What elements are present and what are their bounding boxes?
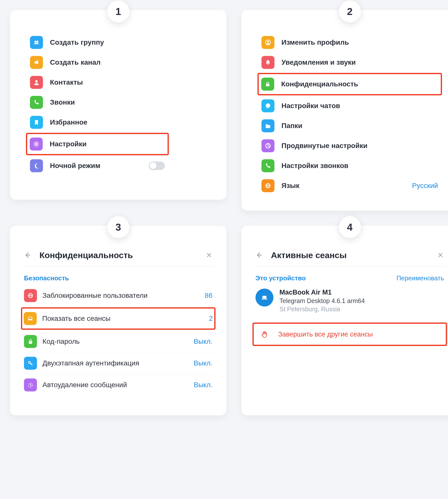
section-label-this-device: Это устройство	[255, 274, 306, 282]
chat-icon	[261, 99, 274, 112]
settings-item-call-settings[interactable]: Настройки звонков	[259, 156, 441, 176]
privacy-row-auto-delete[interactable]: Автоудаление сообщений Выкл.	[22, 375, 214, 395]
settings-item-label: Язык	[281, 182, 405, 190]
privacy-row-blocked-users[interactable]: Заблокированные пользователи 86	[22, 286, 214, 306]
night-mode-toggle[interactable]	[149, 162, 165, 170]
settings-item-notifications[interactable]: Уведомления и звуки	[259, 52, 441, 72]
menu-item-label: Контакты	[50, 78, 165, 86]
panel-title: Конфиденциальность	[39, 250, 197, 260]
settings-item-chat-settings[interactable]: Настройки чатов	[259, 96, 441, 116]
device-location: St Petersburg, Russia	[279, 306, 365, 313]
settings-item-label: Папки	[281, 122, 438, 130]
menu-item-label: Настройки	[50, 140, 165, 148]
device-laptop-icon	[255, 289, 273, 307]
close-button[interactable]	[204, 250, 214, 260]
settings-item-label: Настройки чатов	[281, 102, 438, 110]
profile-icon	[261, 36, 274, 49]
step-number-badge: 3	[107, 216, 129, 238]
privacy-panel-card: Конфиденциальность Безопасность Заблокир…	[10, 226, 226, 415]
privacy-row-label: Показать все сеансы	[42, 315, 203, 323]
gear-icon	[30, 138, 43, 151]
device-name: MacBook Air M1	[279, 289, 365, 296]
block-icon	[24, 289, 37, 302]
step-number-badge: 2	[339, 0, 361, 22]
menu-item-label: Звонки	[50, 98, 165, 106]
menu-item-calls[interactable]: Звонки	[27, 92, 167, 112]
close-button[interactable]	[436, 250, 446, 260]
bell-icon	[261, 56, 274, 69]
language-value: Русский	[412, 182, 438, 190]
terminate-label: Завершить все другие сеансы	[278, 331, 373, 338]
main-menu-card: Создать группу Создать канал Контакты Зв…	[10, 10, 226, 200]
menu-item-settings[interactable]: Настройки	[26, 133, 169, 155]
bookmark-icon	[30, 116, 43, 129]
settings-item-folders[interactable]: Папки	[259, 116, 441, 136]
privacy-row-label: Код-пароль	[42, 337, 188, 345]
privacy-row-two-step[interactable]: Двухэтапная аутентификация Выкл.	[22, 353, 214, 373]
menu-item-create-channel[interactable]: Создать канал	[27, 52, 167, 72]
privacy-row-value: Выкл.	[194, 381, 213, 389]
menu-item-label: Создать группу	[50, 38, 165, 46]
lock-icon	[24, 335, 37, 348]
menu-item-night-mode[interactable]: Ночной режим	[27, 156, 167, 176]
phone-icon	[30, 96, 43, 109]
menu-item-label: Ночной режим	[50, 162, 142, 170]
settings-item-edit-profile[interactable]: Изменить профиль	[259, 32, 441, 52]
privacy-row-active-sessions[interactable]: Показать все сеансы 2	[21, 307, 216, 330]
privacy-row-label: Заблокированные пользователи	[42, 292, 199, 300]
privacy-row-value: Выкл.	[194, 337, 213, 345]
step-number-badge: 4	[339, 216, 361, 238]
device-client: Telegram Desktop 4.6.1 arm64	[279, 297, 365, 305]
settings-item-label: Настройки звонков	[281, 162, 438, 170]
key-icon	[24, 357, 37, 370]
privacy-row-label: Автоудаление сообщений	[42, 381, 188, 389]
settings-list-card: Изменить профиль Уведомления и звуки Кон…	[241, 10, 448, 211]
privacy-row-value: 86	[205, 292, 213, 300]
menu-item-create-group[interactable]: Создать группу	[27, 32, 167, 52]
back-button[interactable]	[254, 250, 264, 260]
privacy-row-label: Двухэтапная аутентификация	[42, 359, 188, 367]
settings-item-label: Уведомления и звуки	[281, 58, 438, 66]
rename-link[interactable]: Переименовать	[396, 274, 444, 282]
globe-icon	[261, 179, 274, 192]
laptop-icon	[24, 312, 37, 325]
settings-item-language[interactable]: Язык Русский	[259, 176, 441, 196]
megaphone-icon	[30, 56, 43, 69]
section-label-security: Безопасность	[22, 268, 214, 286]
sessions-panel-card: Активные сеансы Это устройство Переимено…	[241, 226, 448, 415]
lock-icon	[261, 78, 274, 91]
step-number-badge: 1	[107, 0, 129, 22]
advanced-icon	[261, 139, 274, 152]
contact-icon	[30, 76, 43, 89]
folder-icon	[261, 119, 274, 132]
settings-item-privacy[interactable]: Конфиденциальность	[257, 73, 442, 95]
back-button[interactable]	[22, 250, 32, 260]
hand-stop-icon	[258, 328, 271, 341]
group-icon	[30, 36, 43, 49]
settings-item-label: Конфиденциальность	[281, 80, 438, 88]
privacy-row-value: Выкл.	[194, 359, 213, 367]
privacy-row-value: 2	[209, 315, 213, 323]
terminate-all-sessions-button[interactable]: Завершить все другие сеансы	[252, 323, 447, 346]
menu-item-label: Создать канал	[50, 58, 165, 66]
settings-item-label: Изменить профиль	[281, 38, 438, 46]
moon-icon	[30, 159, 43, 172]
phone-icon	[261, 159, 274, 172]
menu-item-saved[interactable]: Избранное	[27, 112, 167, 132]
privacy-row-passcode[interactable]: Код-пароль Выкл.	[22, 332, 214, 351]
current-device-row[interactable]: MacBook Air M1 Telegram Desktop 4.6.1 ar…	[254, 284, 446, 321]
menu-item-contacts[interactable]: Контакты	[27, 72, 167, 92]
panel-title: Активные сеансы	[271, 250, 429, 260]
settings-item-advanced[interactable]: Продвинутые настройки	[259, 136, 441, 156]
settings-item-label: Продвинутые настройки	[281, 142, 438, 150]
menu-item-label: Избранное	[50, 118, 165, 126]
timer-icon	[24, 378, 37, 391]
